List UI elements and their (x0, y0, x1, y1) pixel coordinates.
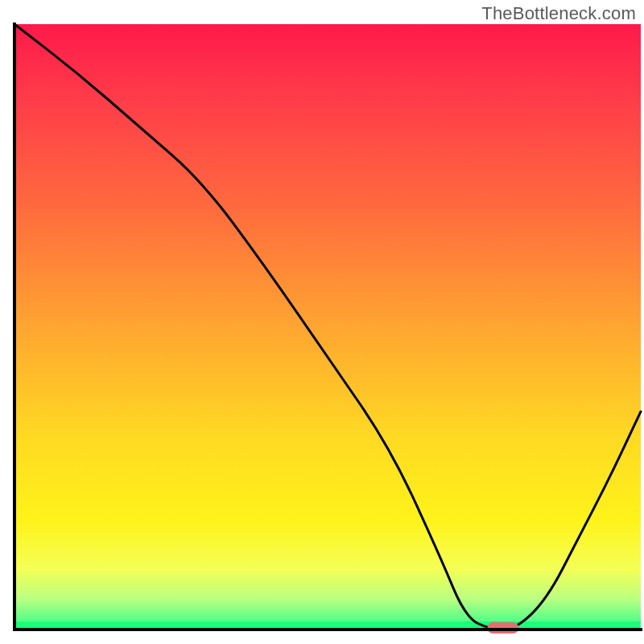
gradient-background (14, 24, 641, 630)
plot-area (13, 23, 642, 634)
watermark-text: TheBottleneck.com (481, 3, 636, 24)
chart-container: { "watermark": "TheBottleneck.com", "cha… (0, 0, 644, 644)
bottleneck-chart (0, 0, 644, 644)
